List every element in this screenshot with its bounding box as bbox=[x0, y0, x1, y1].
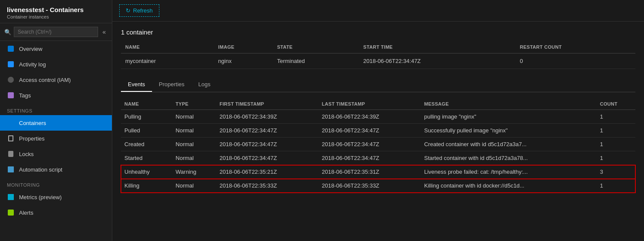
events-col-name: NAME bbox=[121, 98, 172, 110]
events-col-last-ts: LAST TIMESTAMP bbox=[318, 98, 421, 110]
search-icon: 🔍 bbox=[4, 29, 11, 35]
refresh-label: Refresh bbox=[133, 7, 153, 14]
event-cell: 2018-06-06T22:34:47Z bbox=[318, 124, 421, 138]
event-cell: 1 bbox=[596, 151, 635, 165]
event-cell: Liveness probe failed: cat: /tmp/healthy… bbox=[421, 165, 596, 179]
container-count: 1 container bbox=[121, 28, 635, 36]
sidebar-item-label: Overview bbox=[19, 46, 42, 52]
sidebar-item-label: Automation script bbox=[19, 166, 62, 173]
events-col-message: MESSAGE bbox=[421, 98, 596, 110]
col-header-restart-count: RESTART COUNT bbox=[515, 41, 635, 53]
sidebar-title: livenesstest - Containers bbox=[7, 6, 105, 13]
event-cell: 2018-06-06T22:34:47Z bbox=[216, 124, 318, 138]
container-table-wrapper: NAME IMAGE STATE START TIME RESTART COUN… bbox=[121, 41, 635, 69]
event-row[interactable]: KillingNormal2018-06-06T22:35:33Z2018-06… bbox=[121, 179, 635, 193]
tags-icon bbox=[7, 91, 15, 99]
activitylog-icon bbox=[7, 60, 15, 68]
search-input[interactable] bbox=[14, 27, 98, 37]
container-state: Terminated bbox=[273, 53, 359, 69]
sidebar: livenesstest - Containers Container inst… bbox=[0, 0, 112, 241]
events-col-count: COUNT bbox=[596, 98, 635, 110]
sidebar-item-automation-script[interactable]: Automation script bbox=[0, 162, 112, 177]
content-area: 1 container NAME IMAGE STATE START TIME … bbox=[112, 22, 644, 241]
sidebar-item-alerts[interactable]: Alerts bbox=[0, 205, 112, 220]
sidebar-item-metrics[interactable]: Metrics (preview) bbox=[0, 189, 112, 205]
sidebar-item-iam[interactable]: Access control (IAM) bbox=[0, 72, 112, 88]
event-row[interactable]: CreatedNormal2018-06-06T22:34:47Z2018-06… bbox=[121, 138, 635, 151]
event-cell: Killing bbox=[121, 179, 172, 193]
settings-section-label: SETTINGS bbox=[0, 103, 112, 115]
tab-logs[interactable]: Logs bbox=[191, 78, 217, 92]
toolbar: ↻ Refresh bbox=[112, 0, 644, 22]
properties-icon bbox=[7, 135, 15, 142]
event-row[interactable]: PullingNormal2018-06-06T22:34:39Z2018-06… bbox=[121, 110, 635, 124]
event-cell: pulling image "nginx" bbox=[421, 110, 596, 124]
event-cell: 2018-06-06T22:34:39Z bbox=[318, 110, 421, 124]
iam-icon bbox=[7, 76, 15, 84]
events-table-wrapper: NAME TYPE FIRST TIMESTAMP LAST TIMESTAMP… bbox=[121, 98, 635, 193]
event-row[interactable]: StartedNormal2018-06-06T22:34:47Z2018-06… bbox=[121, 151, 635, 165]
sidebar-item-label: Properties bbox=[19, 135, 44, 142]
sidebar-header: livenesstest - Containers Container inst… bbox=[0, 0, 112, 23]
sidebar-item-tags[interactable]: Tags bbox=[0, 88, 112, 103]
event-cell: Created bbox=[121, 138, 172, 151]
sidebar-item-overview[interactable]: Overview bbox=[0, 41, 112, 56]
sidebar-item-properties[interactable]: Properties bbox=[0, 131, 112, 146]
event-cell: 1 bbox=[596, 124, 635, 138]
sidebar-item-label: Activity log bbox=[19, 61, 46, 68]
monitoring-section-label: MONITORING bbox=[0, 177, 112, 189]
event-cell: 2018-06-06T22:34:47Z bbox=[216, 151, 318, 165]
event-cell: 2018-06-06T22:34:39Z bbox=[216, 110, 318, 124]
tab-properties[interactable]: Properties bbox=[152, 78, 191, 92]
event-cell: Unhealthy bbox=[121, 165, 172, 179]
event-cell: 1 bbox=[596, 110, 635, 124]
containers-icon bbox=[7, 119, 15, 127]
event-row[interactable]: UnhealthyWarning2018-06-06T22:35:21Z2018… bbox=[121, 165, 635, 179]
event-cell: Pulled bbox=[121, 124, 172, 138]
event-cell: 2018-06-06T22:35:21Z bbox=[216, 165, 318, 179]
col-header-start-time: START TIME bbox=[359, 41, 515, 53]
collapse-button[interactable]: « bbox=[101, 28, 108, 35]
event-cell: 2018-06-06T22:35:33Z bbox=[318, 179, 421, 193]
events-table: NAME TYPE FIRST TIMESTAMP LAST TIMESTAMP… bbox=[121, 98, 635, 193]
locks-icon bbox=[7, 150, 15, 158]
refresh-button[interactable]: ↻ Refresh bbox=[119, 4, 159, 17]
container-table: NAME IMAGE STATE START TIME RESTART COUN… bbox=[121, 41, 635, 69]
tabs-bar: Events Properties Logs bbox=[121, 78, 635, 92]
sidebar-subtitle: Container instances bbox=[7, 14, 105, 19]
auto-icon bbox=[7, 166, 15, 173]
container-start-time: 2018-06-06T22:34:47Z bbox=[359, 53, 515, 69]
events-col-type: TYPE bbox=[172, 98, 216, 110]
sidebar-item-locks[interactable]: Locks bbox=[0, 146, 112, 162]
sidebar-item-label: Tags bbox=[19, 92, 31, 99]
alerts-icon bbox=[7, 209, 15, 216]
event-cell: Killing container with id docker://d5c1d… bbox=[421, 179, 596, 193]
col-header-image: IMAGE bbox=[214, 41, 273, 53]
event-cell: Successfully pulled image "nginx" bbox=[421, 124, 596, 138]
event-cell: Pulling bbox=[121, 110, 172, 124]
sidebar-item-containers[interactable]: Containers bbox=[0, 115, 112, 131]
sidebar-item-activity-log[interactable]: Activity log bbox=[0, 56, 112, 72]
table-row[interactable]: mycontainer nginx Terminated 2018-06-06T… bbox=[121, 53, 635, 69]
container-restart-count: 0 bbox=[515, 53, 635, 69]
event-cell: Normal bbox=[172, 124, 216, 138]
event-row[interactable]: PulledNormal2018-06-06T22:34:47Z2018-06-… bbox=[121, 124, 635, 138]
container-image: nginx bbox=[214, 53, 273, 69]
event-cell: 3 bbox=[596, 165, 635, 179]
tab-events[interactable]: Events bbox=[121, 78, 152, 92]
overview-icon bbox=[7, 45, 15, 53]
sidebar-item-label: Locks bbox=[19, 151, 34, 157]
sidebar-item-label: Metrics (preview) bbox=[19, 194, 62, 200]
event-cell: 1 bbox=[596, 179, 635, 193]
event-cell: 2018-06-06T22:34:47Z bbox=[318, 151, 421, 165]
event-cell: 1 bbox=[596, 138, 635, 151]
main-content: ↻ Refresh 1 container NAME IMAGE STATE S… bbox=[112, 0, 644, 241]
event-cell: Normal bbox=[172, 110, 216, 124]
event-cell: 2018-06-06T22:35:31Z bbox=[318, 165, 421, 179]
events-col-first-ts: FIRST TIMESTAMP bbox=[216, 98, 318, 110]
sidebar-item-label: Alerts bbox=[19, 210, 33, 216]
event-cell: Started bbox=[121, 151, 172, 165]
sidebar-search-bar: 🔍 « bbox=[0, 23, 112, 41]
col-header-name: NAME bbox=[121, 41, 214, 53]
sidebar-item-label: Access control (IAM) bbox=[19, 77, 71, 83]
